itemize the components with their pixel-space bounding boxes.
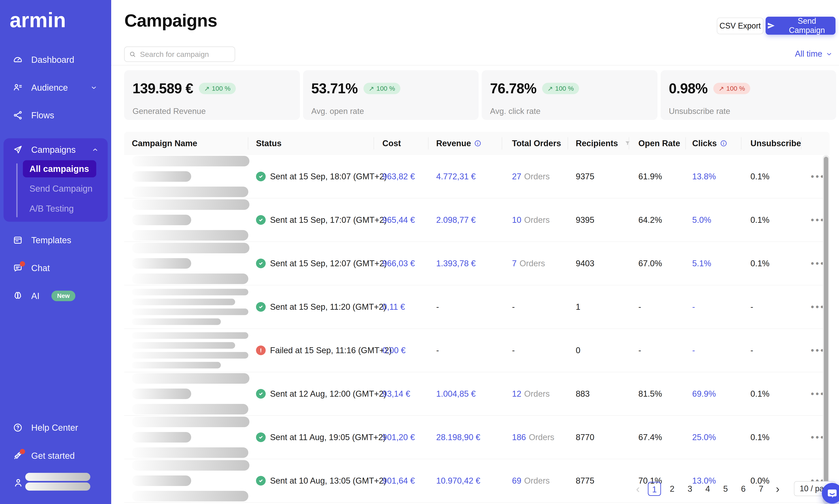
send-campaign-button-label: Send Campaign (780, 16, 834, 35)
orders-suffix: Orders (519, 259, 545, 268)
skeleton-bar (132, 199, 250, 210)
stat-value: 76.78% (490, 80, 536, 96)
sidebar-item-label: Templates (31, 235, 71, 245)
stat-label: Avg. open rate (311, 107, 364, 116)
cost-cell: 901,20 € (382, 433, 415, 442)
status-cell: Sent at 15 Sep, 12:07 (GMT+2) (270, 259, 387, 268)
skeleton-bar (132, 447, 248, 458)
clicks-cell: 25.0% (692, 433, 716, 442)
sidebar-item-get-started[interactable]: Get started (0, 445, 111, 467)
column-header-cost: Cost (382, 132, 401, 155)
column-header-label: Campaign Name (132, 139, 197, 148)
pagination-next-button[interactable]: › (770, 481, 785, 497)
sidebar-item-ai[interactable]: AINew (0, 285, 111, 307)
campaign-name-skeleton (132, 243, 250, 284)
column-header-unsubscribe: Unsubscribe (750, 132, 801, 155)
scrollbar-thumb[interactable] (824, 157, 828, 498)
skeleton-bar (132, 186, 248, 197)
info-icon[interactable] (474, 140, 481, 147)
status-sent-icon (256, 258, 266, 268)
time-filter-dropdown[interactable]: All time (795, 49, 833, 59)
sidebar-item-audience[interactable]: Audience (0, 77, 111, 98)
unsubscribe-cell: - (750, 346, 753, 355)
column-header-label: Clicks (692, 139, 717, 148)
table-row[interactable]: Sent at 15 Sep, 18:07 (GMT+2)963,82 €4.7… (124, 155, 823, 198)
pagination-prev-button[interactable]: ‹ (630, 481, 646, 497)
sidebar-item-help-center[interactable]: Help Center (0, 417, 111, 438)
orders-suffix: Orders (529, 433, 554, 442)
status-cell: Sent at 11 Aug, 19:05 (GMT+2) (270, 433, 386, 442)
skeleton-bar (132, 273, 248, 284)
sidebar-item-label: Help Center (31, 423, 78, 433)
campaigns-table: Campaign NameStatusCostRevenueTotal Orde… (124, 132, 829, 503)
pagination-page-1[interactable]: 1 (648, 482, 661, 496)
csv-export-button[interactable]: CSV Export (717, 18, 764, 34)
unsubscribe-cell: 0.1% (750, 433, 770, 442)
pagination-page-7[interactable]: 7 (752, 484, 770, 494)
orders-count: 10 (512, 215, 521, 225)
time-filter-label: All time (795, 49, 822, 59)
table-row[interactable]: Sent at 15 Sep, 12:07 (GMT+2)966,03 €1.3… (124, 242, 823, 285)
column-header-label: Unsubscribe (750, 139, 801, 148)
stat-trend-badge: ↗100 % (199, 83, 236, 94)
column-separator (248, 137, 248, 149)
sidebar-item-a-b-testing[interactable]: A/B Testing (30, 201, 74, 216)
skeleton-bar (132, 404, 248, 414)
campaign-name-skeleton (132, 460, 250, 501)
revenue-cell: 10.970,42 € (436, 476, 480, 486)
skeleton-bar (132, 243, 250, 253)
stat-value: 53.71% (311, 80, 358, 96)
user-account-row[interactable] (0, 471, 111, 500)
skeleton-bar (132, 352, 248, 359)
orders-cell: 27Orders (512, 172, 550, 181)
campaign-name-skeleton (132, 199, 250, 240)
table-row[interactable]: Failed at 15 Sep, 11:16 (GMT+2)0,00 €--0… (124, 329, 823, 372)
sidebar-item-campaigns[interactable]: Campaigns (3, 138, 108, 161)
chat-bubble-icon (826, 488, 838, 499)
sidebar-item-flows[interactable]: Flows (0, 104, 111, 126)
stat-card-0: 139.589 €↗100 %Generated Revenue (124, 70, 300, 120)
table-row[interactable]: Sent at 15 Sep, 11:20 (GMT+2)0,11 €--1--… (124, 285, 823, 329)
recipients-cell: 8770 (576, 433, 595, 442)
column-separator (502, 137, 502, 149)
cost-cell: 0,00 € (382, 346, 406, 355)
pagination-page-4[interactable]: 4 (699, 484, 717, 494)
info-icon[interactable] (720, 140, 727, 147)
pagination-page-3[interactable]: 3 (681, 484, 699, 494)
sidebar-item-send-campaign[interactable]: Send Campaign (30, 181, 92, 196)
filter-icon[interactable] (624, 140, 631, 147)
sidebar-item-templates[interactable]: Templates (0, 229, 111, 251)
group-indent-line (16, 163, 18, 217)
cost-cell: 901,64 € (382, 476, 415, 486)
column-header-label: Recipients (576, 139, 618, 148)
stat-value: 139.589 € (133, 80, 193, 96)
clicks-cell: 69.9% (692, 389, 716, 399)
status-cell: Sent at 10 Aug, 13:05 (GMT+2) (270, 476, 386, 486)
orders-count: 12 (512, 389, 521, 399)
orders-cell: - (512, 302, 515, 312)
orders-suffix: Orders (524, 215, 550, 225)
send-icon (767, 21, 775, 30)
pagination-page-5[interactable]: 5 (717, 484, 734, 494)
unsubscribe-cell: 0.1% (750, 259, 770, 268)
sidebar-item-chat[interactable]: Chat (0, 257, 111, 279)
stat-card-2: 76.78%↗100 %Avg. click rate (482, 70, 657, 120)
column-separator (374, 137, 374, 149)
cost-cell: 93,14 € (382, 389, 410, 399)
table-row[interactable]: Sent at 11 Aug, 19:05 (GMT+2)901,20 €28.… (124, 416, 823, 459)
pagination-page-6[interactable]: 6 (734, 484, 752, 494)
open-rate-cell: - (638, 302, 641, 312)
unsubscribe-cell: 0.1% (750, 172, 770, 181)
table-row[interactable]: Sent at 12 Aug, 12:00 (GMT+2)93,14 €1.00… (124, 372, 823, 416)
table-row[interactable]: Sent at 15 Sep, 17:07 (GMT+2)965,44 €2.0… (124, 198, 823, 242)
sidebar-item-all-campaigns[interactable]: All campaigns (23, 160, 96, 177)
column-header-label: Open Rate (638, 139, 680, 148)
orders-cell: - (512, 346, 515, 355)
page-title: Campaigns (124, 11, 217, 31)
search-input[interactable] (139, 50, 230, 59)
campaign-name-skeleton (132, 156, 250, 197)
scrollbar-track[interactable] (823, 155, 829, 504)
sidebar-item-dashboard[interactable]: Dashboard (0, 49, 111, 71)
send-campaign-button[interactable]: Send Campaign (766, 17, 836, 35)
pagination-page-2[interactable]: 2 (663, 484, 681, 494)
